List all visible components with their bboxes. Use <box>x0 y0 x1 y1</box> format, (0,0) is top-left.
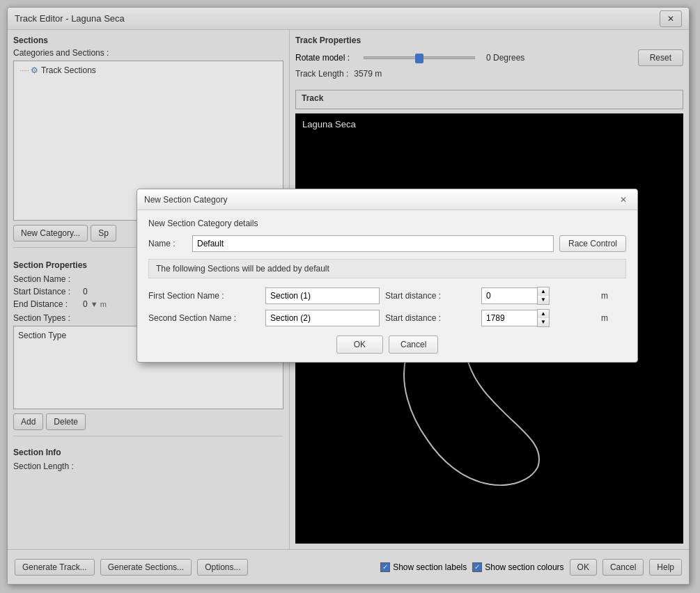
new-section-category-dialog: New Section Category ✕ New Section Categ… <box>137 189 638 363</box>
modal-section-details-label: New Section Category details <box>148 219 626 228</box>
modal-form-grid: First Section Name : Start distance : ▲ … <box>148 287 626 327</box>
second-spinbox-buttons: ▲ ▼ <box>537 309 550 327</box>
second-unit: m <box>601 313 626 323</box>
second-start-spinbox: ▲ ▼ <box>481 309 593 327</box>
modal-name-input[interactable] <box>192 235 554 252</box>
modal-title: New Section Category <box>144 195 227 205</box>
second-section-input[interactable] <box>265 310 380 326</box>
second-spinbox-up[interactable]: ▲ <box>538 310 549 318</box>
first-section-input[interactable] <box>265 287 380 304</box>
modal-cancel-button[interactable]: Cancel <box>389 335 438 354</box>
first-start-spinbox: ▲ ▼ <box>481 287 593 305</box>
second-spinbox-down[interactable]: ▼ <box>538 318 549 326</box>
first-start-input[interactable] <box>481 287 537 304</box>
first-spinbox-buttons: ▲ ▼ <box>537 287 550 305</box>
modal-close-button[interactable]: ✕ <box>616 194 630 205</box>
first-spinbox-down[interactable]: ▼ <box>538 296 549 304</box>
second-start-input[interactable] <box>481 310 537 326</box>
modal-title-bar: New Section Category ✕ <box>137 189 637 210</box>
race-control-button[interactable]: Race Control <box>559 235 626 252</box>
modal-info-box: The following Sections will be added by … <box>148 259 626 278</box>
first-section-label: First Section Name : <box>148 291 260 301</box>
main-window: Track Editor - Laguna Seca ✕ Sections Ca… <box>7 7 690 585</box>
second-start-label: Start distance : <box>385 313 476 323</box>
modal-body: New Section Category details Name : Race… <box>137 210 637 362</box>
modal-ok-button[interactable]: OK <box>336 335 383 354</box>
first-unit: m <box>601 291 626 301</box>
modal-name-label: Name : <box>148 239 187 248</box>
first-start-label: Start distance : <box>385 291 476 301</box>
second-section-label: Second Section Name : <box>148 313 260 323</box>
modal-name-row: Name : Race Control <box>148 235 626 252</box>
modal-overlay: New Section Category ✕ New Section Categ… <box>8 8 689 584</box>
modal-buttons: OK Cancel <box>148 335 626 354</box>
first-spinbox-up[interactable]: ▲ <box>538 287 549 296</box>
modal-info-text: The following Sections will be added by … <box>156 264 329 274</box>
